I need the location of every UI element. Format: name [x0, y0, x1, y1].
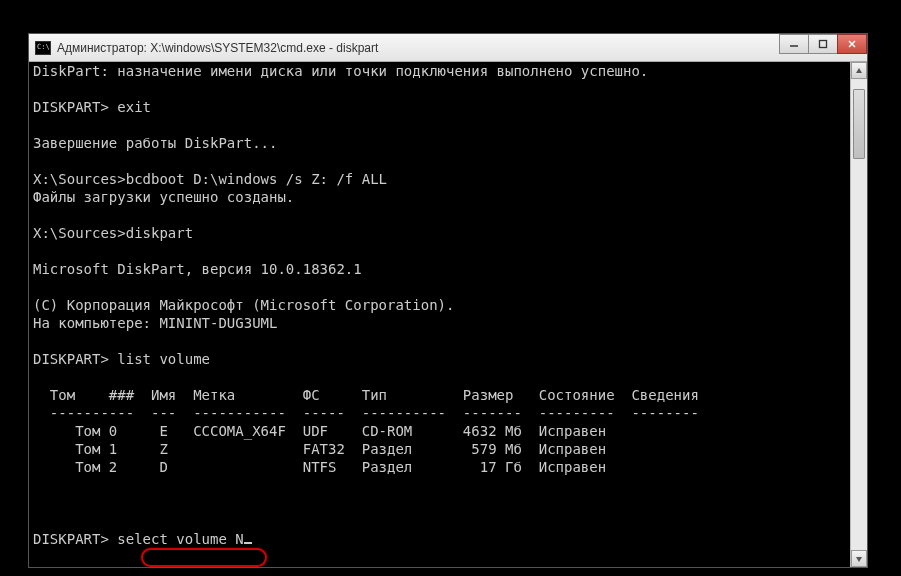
typed-command: select volume N [117, 531, 243, 547]
vertical-scrollbar[interactable] [850, 62, 867, 567]
scroll-down-button[interactable] [851, 550, 867, 567]
maximize-button[interactable] [808, 34, 838, 54]
current-command-line[interactable]: DISKPART> select volume N [33, 531, 252, 547]
scroll-up-button[interactable] [851, 62, 867, 79]
scroll-thumb[interactable] [853, 89, 865, 159]
minimize-button[interactable] [779, 34, 809, 54]
cmd-icon [35, 41, 51, 55]
console-output[interactable]: DiskPart: назначение имени диска или точ… [29, 62, 850, 567]
window-title: Администратор: X:\windows\SYSTEM32\cmd.e… [57, 41, 378, 55]
svg-marker-5 [856, 557, 862, 562]
titlebar[interactable]: Администратор: X:\windows\SYSTEM32\cmd.e… [29, 34, 867, 62]
cmd-window: Администратор: X:\windows\SYSTEM32\cmd.e… [28, 33, 868, 568]
svg-marker-4 [856, 68, 862, 73]
close-button[interactable] [837, 34, 867, 54]
text-cursor [244, 542, 252, 544]
console-wrap: DiskPart: назначение имени диска или точ… [29, 62, 867, 567]
prompt: DISKPART> [33, 531, 117, 547]
svg-rect-1 [820, 41, 827, 48]
window-controls [780, 34, 867, 54]
scroll-track[interactable] [851, 79, 867, 550]
command-highlight [141, 548, 267, 567]
